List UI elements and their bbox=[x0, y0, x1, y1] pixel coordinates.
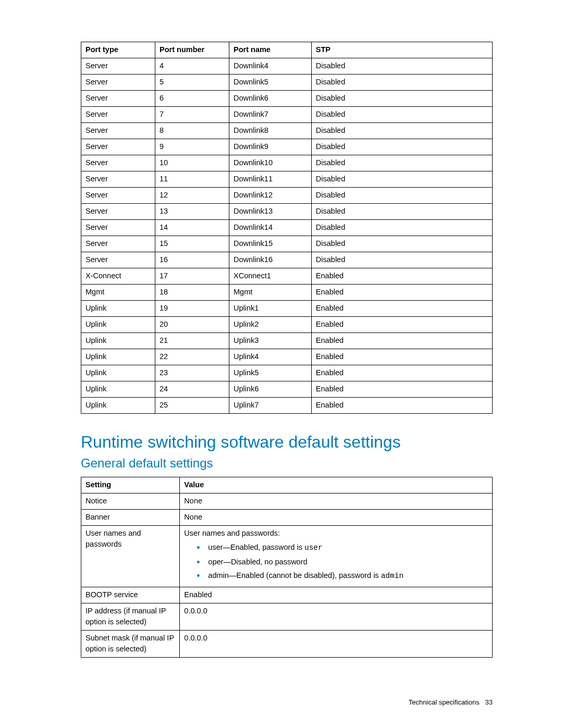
table-row: Uplink20Uplink2Enabled bbox=[81, 317, 493, 333]
table-cell: Server bbox=[81, 91, 155, 107]
value-cell: 0.0.0.0 bbox=[180, 631, 493, 658]
table-row: Server5Downlink5Disabled bbox=[81, 75, 493, 91]
table-cell: Server bbox=[81, 123, 155, 139]
table-cell: Disabled bbox=[311, 91, 492, 107]
table-cell: 13 bbox=[155, 204, 229, 220]
table-cell: Server bbox=[81, 220, 155, 236]
table-cell: 19 bbox=[155, 301, 229, 317]
table-row: Uplink21Uplink3Enabled bbox=[81, 333, 493, 349]
table-cell: Enabled bbox=[311, 333, 492, 349]
value-cell: None bbox=[180, 510, 493, 526]
table-cell: Uplink bbox=[81, 365, 155, 381]
page-footer: Technical specifications 33 bbox=[409, 698, 493, 706]
table-cell: Disabled bbox=[311, 220, 492, 236]
table-cell: Uplink7 bbox=[229, 398, 312, 414]
table-cell: Server bbox=[81, 252, 155, 268]
table-cell: Downlink5 bbox=[229, 75, 312, 91]
table-cell: Downlink7 bbox=[229, 107, 312, 123]
list-item: user—Enabled, password is user bbox=[197, 542, 488, 553]
table-cell: Disabled bbox=[311, 139, 492, 155]
setting-cell: BOOTP service bbox=[81, 587, 180, 603]
table-row: Server15Downlink15Disabled bbox=[81, 236, 493, 252]
setting-cell: Subnet mask (if manual IP option is sele… bbox=[81, 631, 180, 658]
table-cell: Uplink bbox=[81, 317, 155, 333]
table-cell: 23 bbox=[155, 365, 229, 381]
table-row: Server14Downlink14Disabled bbox=[81, 220, 493, 236]
table-cell: Disabled bbox=[311, 58, 492, 75]
table-cell: Enabled bbox=[311, 285, 492, 301]
table-cell: Downlink9 bbox=[229, 139, 312, 155]
table-cell: Disabled bbox=[311, 188, 492, 204]
table-cell: Uplink4 bbox=[229, 349, 312, 365]
table-cell: Server bbox=[81, 171, 155, 188]
ports-table-header-row: Port type Port number Port name STP bbox=[81, 42, 493, 58]
table-cell: Disabled bbox=[311, 204, 492, 220]
table-cell: Uplink bbox=[81, 333, 155, 349]
ports-header-name: Port name bbox=[229, 42, 312, 58]
list-item: oper—Disabled, no password bbox=[197, 557, 488, 567]
table-row: Server8Downlink8Disabled bbox=[81, 123, 493, 139]
table-row: Server16Downlink16Disabled bbox=[81, 252, 493, 268]
ports-header-stp: STP bbox=[311, 42, 492, 58]
table-cell: Mgmt bbox=[229, 285, 312, 301]
table-cell: Downlink15 bbox=[229, 236, 312, 252]
value-intro: User names and passwords: bbox=[184, 528, 488, 539]
table-cell: 21 bbox=[155, 333, 229, 349]
value-bullets: user—Enabled, password is useroper—Disab… bbox=[197, 542, 488, 581]
ports-header-type: Port type bbox=[81, 42, 155, 58]
table-cell: Downlink4 bbox=[229, 58, 312, 75]
setting-cell: IP address (if manual IP option is selec… bbox=[81, 603, 180, 631]
table-row: Subnet mask (if manual IP option is sele… bbox=[81, 631, 493, 658]
table-row: Server12Downlink12Disabled bbox=[81, 188, 493, 204]
table-cell: Server bbox=[81, 139, 155, 155]
table-row: X-Connect17XConnect1Enabled bbox=[81, 268, 493, 285]
table-cell: 15 bbox=[155, 236, 229, 252]
table-row: Uplink19Uplink1Enabled bbox=[81, 301, 493, 317]
bullet-prefix: user—Enabled, password is bbox=[208, 543, 304, 551]
setting-cell: Banner bbox=[81, 510, 180, 526]
table-cell: Disabled bbox=[311, 171, 492, 188]
table-cell: 24 bbox=[155, 381, 229, 398]
value-cell: Enabled bbox=[180, 587, 493, 603]
table-cell: Disabled bbox=[311, 123, 492, 139]
settings-header-value: Value bbox=[180, 477, 493, 493]
footer-page-number: 33 bbox=[485, 698, 493, 706]
table-cell: Enabled bbox=[311, 398, 492, 414]
table-cell: Downlink11 bbox=[229, 171, 312, 188]
table-cell: Uplink3 bbox=[229, 333, 312, 349]
settings-table: Setting Value NoticeNoneBannerNoneUser n… bbox=[81, 477, 493, 658]
table-cell: Uplink2 bbox=[229, 317, 312, 333]
subsection-heading: General default settings bbox=[81, 456, 493, 471]
table-cell: 20 bbox=[155, 317, 229, 333]
table-cell: 18 bbox=[155, 285, 229, 301]
ports-table: Port type Port number Port name STP Serv… bbox=[81, 42, 493, 414]
table-row: NoticeNone bbox=[81, 493, 493, 510]
settings-table-header-row: Setting Value bbox=[81, 477, 493, 493]
setting-cell: Notice bbox=[81, 493, 180, 510]
value-cell: None bbox=[180, 493, 493, 510]
table-cell: Server bbox=[81, 75, 155, 91]
table-cell: Uplink bbox=[81, 301, 155, 317]
table-cell: Downlink10 bbox=[229, 155, 312, 171]
table-cell: Downlink12 bbox=[229, 188, 312, 204]
table-cell: Enabled bbox=[311, 381, 492, 398]
table-cell: Disabled bbox=[311, 75, 492, 91]
table-cell: 9 bbox=[155, 139, 229, 155]
setting-cell: User names and passwords bbox=[81, 526, 180, 587]
table-cell: 11 bbox=[155, 171, 229, 188]
table-cell: 4 bbox=[155, 58, 229, 75]
table-cell: Mgmt bbox=[81, 285, 155, 301]
table-cell: Server bbox=[81, 188, 155, 204]
table-cell: 22 bbox=[155, 349, 229, 365]
table-cell: 10 bbox=[155, 155, 229, 171]
bullet-mono: admin bbox=[381, 572, 404, 580]
table-cell: Enabled bbox=[311, 301, 492, 317]
table-cell: Enabled bbox=[311, 317, 492, 333]
table-row: Server9Downlink9Disabled bbox=[81, 139, 493, 155]
table-cell: 12 bbox=[155, 188, 229, 204]
list-item: admin—Enabled (cannot be disabled), pass… bbox=[197, 570, 488, 581]
value-cell: 0.0.0.0 bbox=[180, 603, 493, 631]
table-cell: Uplink5 bbox=[229, 365, 312, 381]
table-cell: Downlink14 bbox=[229, 220, 312, 236]
table-cell: Server bbox=[81, 236, 155, 252]
